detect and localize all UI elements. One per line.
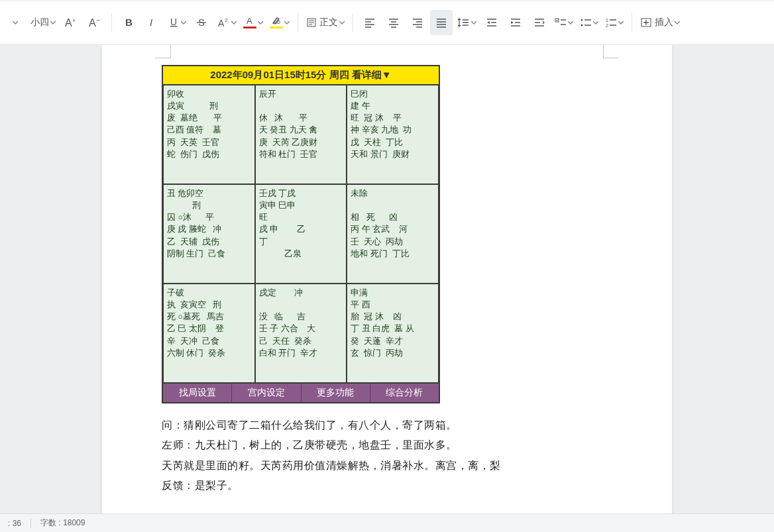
font-decrease-icon: A− bbox=[87, 16, 102, 29]
highlight-icon: ab bbox=[271, 16, 282, 25]
svg-text:1: 1 bbox=[606, 18, 608, 23]
bullet-list-icon bbox=[580, 17, 592, 28]
font-color-icon: A bbox=[245, 16, 255, 25]
document-body[interactable]: 问：猜刚公司寄了二箱什么给我们了，有八个人，寄了两箱。 左师：九天杜门，树上的，… bbox=[162, 415, 612, 496]
svg-text:2: 2 bbox=[225, 17, 228, 23]
indent-decrease-icon bbox=[486, 17, 498, 28]
paragraph: 反馈：是梨子。 bbox=[162, 476, 612, 496]
qimen-cell-tc: 辰开 休 沐 平 天 癸丑 九天 禽 庚 天芮 乙庚财 符和 杜门 壬官 bbox=[255, 85, 347, 184]
indent-increase-icon bbox=[510, 17, 522, 28]
chevron-down-icon bbox=[568, 20, 573, 25]
underline-button[interactable]: U bbox=[165, 10, 189, 35]
insert-button[interactable]: 插入 bbox=[637, 10, 683, 35]
chevron-down-icon bbox=[339, 20, 345, 25]
status-time: : 36 bbox=[8, 519, 21, 528]
bullet-list-button[interactable] bbox=[577, 10, 601, 35]
align-left-button[interactable] bbox=[359, 10, 381, 35]
checklist-button[interactable] bbox=[552, 10, 576, 35]
svg-text:ab: ab bbox=[274, 19, 280, 25]
chevron-down-icon bbox=[231, 20, 237, 25]
qimen-grid: 卯收 戌寅 刑 废 墓绝 平 己酉 值符 墓 丙 天英 壬官 蛇 伤门 戊伤 辰… bbox=[163, 85, 439, 383]
decrease-font-button[interactable]: A− bbox=[83, 10, 106, 35]
chevron-down-icon bbox=[181, 20, 186, 25]
font-color-swatch bbox=[243, 27, 256, 28]
font-color-button[interactable]: A bbox=[241, 10, 266, 35]
qimen-btn-3[interactable]: 综合分析 bbox=[370, 384, 439, 402]
strikethrough-button[interactable]: S bbox=[190, 10, 213, 35]
status-bar: : 36 字数 : 18009 bbox=[0, 513, 774, 532]
svg-point-49 bbox=[581, 24, 583, 26]
qimen-cell-tr: 巳闭 建 午 旺 冠 沐 平 神 辛亥 九地 功 戊 天柱 丁比 天和 景门 庚… bbox=[347, 85, 439, 184]
qimen-btn-0[interactable]: 找局设置 bbox=[163, 384, 232, 402]
svg-text:U: U bbox=[170, 17, 177, 27]
document-page[interactable]: 2022年09月01日15时15分 周四 看详细▼ 卯收 戌寅 刑 废 墓绝 平… bbox=[102, 45, 672, 513]
toolbar-divider bbox=[298, 13, 298, 32]
indent-decrease-button[interactable] bbox=[480, 10, 503, 35]
highlight-color-button[interactable]: ab bbox=[267, 10, 292, 35]
align-right-button[interactable] bbox=[406, 10, 429, 35]
numbered-list-icon: 12 bbox=[605, 17, 617, 28]
align-left-icon bbox=[364, 17, 376, 28]
svg-text:A: A bbox=[218, 18, 225, 28]
insert-icon bbox=[640, 17, 652, 28]
font-size-selector[interactable]: 小四 bbox=[28, 10, 58, 35]
font-size-value: 小四 bbox=[30, 17, 49, 28]
svg-point-48 bbox=[581, 19, 583, 21]
strikethrough-icon: S bbox=[195, 17, 207, 28]
align-justify-button[interactable] bbox=[430, 10, 453, 35]
checklist-icon bbox=[555, 17, 567, 28]
align-justify-icon bbox=[435, 17, 447, 28]
chevron-down-icon bbox=[284, 20, 290, 25]
paragraph: 左师：九天杜门，树上的，乙庚带硬壳，地盘壬，里面水多。 bbox=[162, 435, 612, 455]
paragraph-style-selector[interactable]: 正文 bbox=[304, 10, 347, 35]
leading-dropdown[interactable] bbox=[4, 10, 27, 35]
toolbar-divider bbox=[632, 13, 632, 32]
increase-font-button[interactable]: A+ bbox=[60, 10, 82, 35]
qimen-cell-tl: 卯收 戌寅 刑 废 墓绝 平 己酉 值符 墓 丙 天英 壬官 蛇 伤门 戊伤 bbox=[163, 85, 255, 184]
align-center-button[interactable] bbox=[382, 10, 405, 35]
svg-text:A: A bbox=[65, 17, 72, 28]
align-right-icon bbox=[412, 17, 423, 28]
document-workspace[interactable]: 2022年09月01日15时15分 周四 看详细▼ 卯收 戌寅 刑 废 墓绝 平… bbox=[0, 45, 774, 513]
italic-icon: I bbox=[146, 17, 158, 28]
svg-text:B: B bbox=[125, 17, 133, 28]
qimen-cell-bl: 子破 执 亥寅空 刑 死 ○墓死 馬吉 乙 巳 太阴 登 辛 天冲 己食 六制 … bbox=[163, 284, 255, 383]
qimen-btn-1[interactable]: 宫内设定 bbox=[232, 384, 301, 402]
svg-text:+: + bbox=[72, 17, 76, 24]
toolbar-divider bbox=[111, 13, 112, 32]
chevron-down-icon bbox=[675, 20, 680, 25]
qimen-btn-2[interactable]: 更多功能 bbox=[302, 384, 370, 402]
font-increase-icon: A+ bbox=[64, 16, 78, 29]
paragraph-style-value: 正文 bbox=[319, 17, 338, 28]
svg-rect-45 bbox=[555, 19, 559, 22]
bold-button[interactable]: B bbox=[117, 10, 140, 35]
svg-text:A: A bbox=[247, 16, 252, 25]
italic-button[interactable]: I bbox=[141, 10, 164, 35]
qimen-cell-mr: 未除 相 死 凶 丙 午 玄武 河 壬 天心 丙劫 地和 死门 丁比 bbox=[347, 184, 439, 284]
chevron-down-icon bbox=[13, 20, 18, 25]
indent-increase-button[interactable] bbox=[504, 10, 527, 35]
superscript-button[interactable]: A2 bbox=[214, 10, 239, 35]
chevron-down-icon bbox=[593, 20, 598, 25]
paragraph: 问：猜刚公司寄了二箱什么给我们了，有八个人，寄了两箱。 bbox=[162, 415, 612, 435]
svg-text:A: A bbox=[89, 17, 96, 28]
formatting-toolbar: 小四 A+ A− B I U S A2 A ab bbox=[0, 0, 774, 45]
bold-icon: B bbox=[123, 17, 135, 28]
line-spacing-button[interactable] bbox=[454, 10, 479, 35]
margin-marker-left bbox=[155, 45, 171, 58]
qimen-footer: 找局设置 宫内设定 更多功能 综合分析 bbox=[163, 383, 439, 402]
status-divider bbox=[30, 519, 31, 528]
paragraph-spacing-icon bbox=[533, 17, 545, 28]
highlight-color-swatch bbox=[270, 27, 283, 28]
line-spacing-icon bbox=[457, 17, 470, 28]
numbered-list-button[interactable]: 12 bbox=[602, 10, 626, 35]
svg-text:2: 2 bbox=[606, 23, 608, 28]
qimen-cell-mc: 壬戌 丁戌 寅申 巳申 旺 戌 申 乙 丁 乙泉 bbox=[255, 184, 347, 284]
qimen-cell-bc: 戌定 冲 没 临 吉 壬 子 六合 大 己 天任 癸杀 白和 开门 辛才 bbox=[255, 284, 347, 383]
paragraph: 天芮就是里面的籽。天芮药用价值清燥解热，消暑补水。离宫，离，梨 bbox=[162, 456, 612, 476]
paragraph-spacing-button[interactable] bbox=[528, 10, 551, 35]
qimen-cell-br: 申满 平 酉 胎 冠 沐 凶 丁 丑 白虎 墓 从 癸 天蓬 辛才 玄 惊门 丙… bbox=[347, 284, 439, 383]
svg-text:I: I bbox=[150, 17, 152, 28]
status-word-count: 字数 : 18009 bbox=[40, 517, 85, 529]
insert-label: 插入 bbox=[655, 17, 673, 28]
